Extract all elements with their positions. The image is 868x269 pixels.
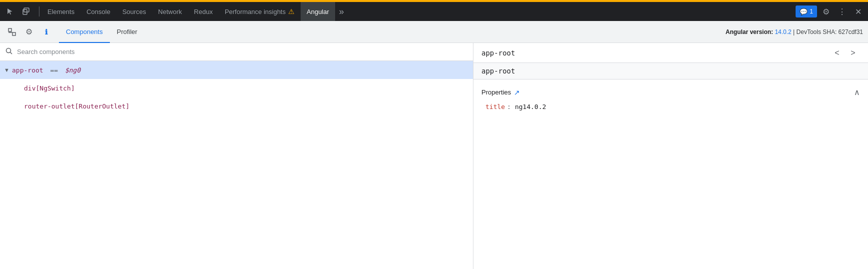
device-toggle-icon[interactable] — [19, 4, 33, 18]
tab-components[interactable]: Components — [59, 21, 110, 43]
tree-ng0-ref: $ng0 — [65, 66, 80, 74]
component-properties-panel: app-root < > app-root Properties ↗ ∧ — [473, 43, 868, 269]
external-link-icon[interactable]: ↗ — [514, 88, 520, 96]
tab-network[interactable]: Network — [152, 2, 188, 21]
svg-rect-2 — [8, 28, 11, 32]
devtools-more-button[interactable]: ⋮ — [835, 4, 849, 18]
devtools-settings-button[interactable]: ⚙ — [819, 4, 833, 18]
prev-component-button[interactable]: < — [830, 46, 844, 60]
collapse-properties-button[interactable]: ∧ — [854, 88, 860, 97]
right-panel-header: app-root < > — [473, 43, 868, 63]
more-tabs-button[interactable]: » — [335, 2, 348, 21]
svg-rect-1 — [24, 8, 29, 12]
close-icon: ✕ — [855, 7, 862, 16]
tab-console[interactable]: Console — [80, 2, 116, 21]
tree-equals: == — [46, 66, 62, 74]
tree-row[interactable]: router-outlet[RouterOutlet] — [0, 97, 473, 115]
tree-node-app-root: app-root — [12, 66, 43, 74]
search-bar — [0, 43, 473, 61]
properties-header: Properties ↗ ∧ — [481, 84, 860, 101]
chat-icon: 💬 — [800, 8, 808, 16]
performance-warn-icon: ⚠ — [288, 8, 295, 16]
angular-toolbar-icons: ⚙ ℹ — [5, 25, 53, 39]
badge-count: 1 — [810, 8, 813, 15]
info-icon[interactable]: ℹ — [39, 25, 53, 39]
cursor-icon[interactable] — [3, 4, 17, 18]
tree-node-div-ngswitch: div[NgSwitch] — [24, 84, 75, 92]
version-link[interactable]: 14.0.2 — [775, 28, 791, 36]
devtools-icons — [3, 4, 33, 18]
divider-1 — [39, 6, 39, 16]
property-value-title: ng14.0.2 — [515, 103, 546, 110]
top-bar-right: 💬 1 ⚙ ⋮ ✕ — [796, 4, 865, 18]
chevron-right-icon: > — [851, 48, 855, 58]
search-icon — [5, 47, 13, 57]
tab-elements[interactable]: Elements — [41, 2, 80, 21]
tab-angular[interactable]: Angular — [301, 2, 335, 21]
tree-node-router-outlet: router-outlet[RouterOutlet] — [24, 102, 129, 110]
properties-section: Properties ↗ ∧ title : ng14.0.2 — [473, 80, 868, 116]
component-tree-panel: ▼ app-root == $ng0 div[NgSwitch] router-… — [0, 43, 473, 269]
chat-badge-button[interactable]: 💬 1 — [796, 6, 817, 18]
right-header-icons: < > — [830, 46, 860, 60]
tab-profiler[interactable]: Profiler — [110, 21, 144, 43]
next-component-button[interactable]: > — [846, 46, 860, 60]
main-content: ▼ app-root == $ng0 div[NgSwitch] router-… — [0, 43, 868, 269]
devtools-close-button[interactable]: ✕ — [851, 4, 865, 18]
inspect-element-icon[interactable] — [5, 25, 19, 39]
gear-icon: ⚙ — [823, 7, 830, 16]
tree-toggle-icon: ▼ — [4, 67, 12, 73]
property-colon: : — [507, 103, 511, 110]
tree-row[interactable]: div[NgSwitch] — [0, 79, 473, 97]
tab-redux[interactable]: Redux — [188, 2, 219, 21]
more-icon: ⋮ — [838, 7, 846, 16]
property-row: title : ng14.0.2 — [481, 101, 860, 112]
svg-point-6 — [6, 48, 11, 52]
tree-row[interactable]: ▼ app-root == $ng0 — [0, 61, 473, 79]
right-panel-title: app-root — [481, 49, 515, 57]
svg-rect-3 — [12, 32, 15, 36]
version-info: Angular version: 14.0.2 | DevTools SHA: … — [726, 28, 863, 36]
property-key-title: title — [485, 103, 505, 110]
settings-icon[interactable]: ⚙ — [22, 25, 36, 39]
tab-sources[interactable]: Sources — [116, 2, 152, 21]
search-input[interactable] — [17, 48, 468, 56]
chevron-left-icon: < — [835, 48, 839, 58]
devtools-top-bar: Elements Console Sources Network Redux P… — [0, 2, 868, 21]
tab-performance-insights[interactable]: Performance insights ⚠ — [219, 2, 301, 21]
right-sub-header: app-root — [473, 63, 868, 80]
properties-title: Properties ↗ — [481, 88, 520, 96]
component-tree: ▼ app-root == $ng0 div[NgSwitch] router-… — [0, 61, 473, 269]
angular-toolbar: ⚙ ℹ Components Profiler Angular version:… — [0, 21, 868, 43]
svg-line-7 — [10, 52, 12, 54]
